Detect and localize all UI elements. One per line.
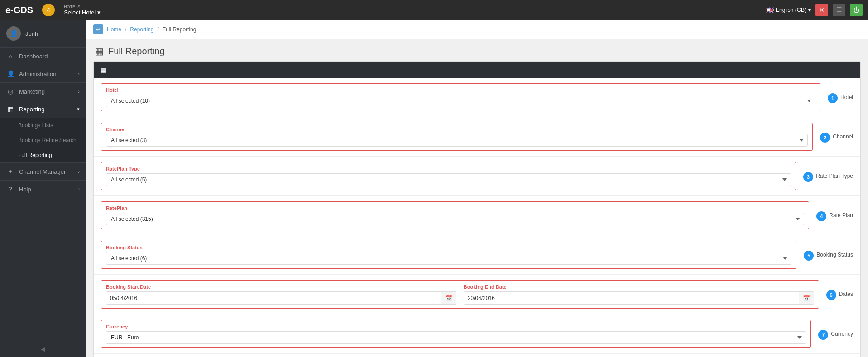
step-label-channel: Channel (833, 133, 853, 140)
sidebar-item-label: Marketing (19, 88, 45, 95)
rate-plan-type-select[interactable]: All selected (5) (106, 173, 791, 186)
sidebar-item-full-reporting[interactable]: Full Reporting (0, 148, 86, 163)
breadcrumb-home[interactable]: Home (107, 26, 121, 33)
main-layout: 👤 Jonh ⌂ Dashboard 👤 Administration › ◎ … (0, 20, 868, 357)
sidebar-item-help[interactable]: ? Help › (0, 181, 86, 198)
rate-plan-field: RatePlan All selected (315) (101, 201, 809, 229)
sidebar-item-bookings-lists[interactable]: Bookings Lists (0, 118, 86, 133)
hotel-selector[interactable]: HOTELS: Select Hotel ▾ (64, 5, 101, 16)
administration-icon: 👤 (6, 70, 14, 77)
rate-plan-label: RatePlan (106, 205, 804, 211)
booking-status-field: Booking Status All selected (6) (101, 241, 796, 269)
help-icon: ? (6, 186, 14, 193)
start-date-input-wrap: 📅 (106, 291, 456, 305)
power-icon-btn[interactable]: ⏻ (850, 4, 863, 16)
breadcrumb-current: Full Reporting (163, 26, 197, 33)
top-navigation: e-GDS 4 HOTELS: Select Hotel ▾ 🇬🇧 Englis… (0, 0, 868, 20)
sidebar-item-label: Administration (19, 71, 56, 77)
end-date-calendar-icon[interactable]: 📅 (799, 292, 814, 304)
rate-plan-type-label: RatePlan Type (106, 166, 791, 171)
step-badge-3: 3 (803, 172, 813, 182)
sidebar-item-channel-manager[interactable]: ✦ Channel Manager › (0, 163, 86, 181)
sidebar-item-administration[interactable]: 👤 Administration › (0, 65, 86, 83)
close-icon-btn[interactable]: ✕ (815, 4, 828, 16)
dates-outer-border: Booking Start Date 📅 Booking End Date (101, 280, 819, 309)
chevron-down-icon: ▾ (77, 106, 80, 112)
main-content: ↩ Home / Reporting / Full Reporting ▦ Fu… (86, 20, 868, 357)
sidebar-item-bookings-refine[interactable]: Bookings Refine Search (0, 133, 86, 148)
top-nav-left: e-GDS 4 HOTELS: Select Hotel ▾ (5, 4, 101, 16)
user-name: Jonh (25, 30, 38, 37)
filter-row-currency: Currency EUR - Euro 7 Currency (94, 314, 860, 354)
booking-status-step-info: 5 Booking Status (804, 241, 853, 261)
chevron-right-icon: › (78, 169, 80, 174)
start-date-input[interactable] (106, 292, 441, 304)
grid-icon: ▦ (100, 66, 106, 73)
dates-field: Booking Start Date 📅 Booking End Date (101, 280, 819, 309)
filter-row-dates: Booking Start Date 📅 Booking End Date (94, 275, 860, 314)
breadcrumb-back-button[interactable]: ↩ (93, 24, 103, 34)
channel-manager-icon: ✦ (6, 168, 14, 175)
rate-plan-type-step-info: 3 Rate Plan Type (803, 162, 853, 182)
menu-icon-btn[interactable]: ☰ (833, 4, 845, 16)
end-date-input[interactable] (464, 292, 799, 304)
step-label-rate-plan-type: Rate Plan Type (816, 173, 853, 179)
rate-plan-type-field: RatePlan Type All selected (5) (101, 162, 796, 190)
filter-row-rate-plan-type: RatePlan Type All selected (5) 3 Rate Pl… (94, 157, 860, 196)
sidebar-item-label: Channel Manager (19, 168, 66, 175)
step-badge-6: 6 (826, 290, 836, 300)
filter-row-hotel: Hotel All selected (10) 1 Hotel (94, 78, 860, 117)
hotel-bordered: Hotel All selected (10) (101, 83, 820, 111)
chevron-right-icon: › (78, 71, 80, 76)
avatar: 👤 (6, 26, 21, 41)
channel-bordered: Channel All selected (3) (101, 123, 813, 151)
channel-step-info: 2 Channel (820, 123, 853, 143)
start-date-calendar-icon[interactable]: 📅 (441, 292, 456, 304)
dates-step-info: 6 Dates (826, 280, 853, 300)
booking-status-bordered: Booking Status All selected (6) (101, 241, 796, 269)
step-label-rate-plan: Rate Plan (829, 212, 853, 219)
channel-label: Channel (106, 127, 808, 132)
filter-panel-header: ▦ (94, 62, 860, 78)
booking-status-select[interactable]: All selected (6) (106, 252, 791, 265)
marketing-icon: ◎ (6, 88, 14, 95)
breadcrumb-section[interactable]: Reporting (130, 26, 153, 33)
reporting-icon: ▦ (6, 105, 14, 113)
filter-panel: ▦ Hotel All selected (10) 1 Hotel (93, 61, 861, 357)
end-date-label: Booking End Date (464, 284, 814, 290)
rate-plan-step-info: 4 Rate Plan (816, 201, 853, 221)
rate-plan-bordered: RatePlan All selected (315) (101, 201, 809, 229)
sidebar-item-label: Help (19, 186, 31, 193)
filter-row-booking-status: Booking Status All selected (6) 5 Bookin… (94, 235, 860, 275)
chevron-right-icon: › (78, 89, 80, 94)
hotel-name[interactable]: Select Hotel ▾ (64, 9, 101, 16)
currency-field: Currency EUR - Euro (101, 320, 811, 348)
sidebar-item-dashboard[interactable]: ⌂ Dashboard (0, 48, 86, 65)
hotel-field: Hotel All selected (10) (101, 83, 820, 111)
notification-bell[interactable]: 4 (42, 4, 55, 16)
sidebar-item-reporting[interactable]: ▦ Reporting ▾ (0, 100, 86, 118)
step-badge-2: 2 (820, 133, 830, 143)
dashboard-icon: ⌂ (6, 52, 14, 60)
language-selector[interactable]: 🇬🇧 English (GB) ▾ (766, 6, 811, 14)
step-badge-7: 7 (818, 330, 828, 340)
brand-logo: e-GDS (5, 5, 33, 15)
page-title: Full Reporting (108, 46, 165, 57)
rate-plan-select[interactable]: All selected (315) (106, 213, 804, 225)
action-row: Show (94, 354, 860, 357)
channel-select[interactable]: All selected (3) (106, 134, 808, 147)
sidebar-item-marketing[interactable]: ◎ Marketing › (0, 83, 86, 100)
currency-label: Currency (106, 324, 806, 329)
step-badge-1: 1 (828, 93, 838, 103)
end-date-input-wrap: 📅 (464, 291, 814, 305)
currency-select[interactable]: EUR - Euro (106, 331, 806, 344)
end-date-field: Booking End Date 📅 (464, 284, 814, 305)
rate-plan-type-bordered: RatePlan Type All selected (5) (101, 162, 796, 190)
step-badge-5: 5 (804, 251, 814, 261)
page-title-icon: ▦ (95, 46, 104, 57)
channel-field: Channel All selected (3) (101, 123, 813, 151)
filter-row-channel: Channel All selected (3) 2 Channel (94, 117, 860, 157)
hotel-select[interactable]: All selected (10) (106, 95, 815, 107)
sidebar-collapse-button[interactable]: ◀ (0, 341, 86, 357)
sidebar: 👤 Jonh ⌂ Dashboard 👤 Administration › ◎ … (0, 20, 86, 357)
